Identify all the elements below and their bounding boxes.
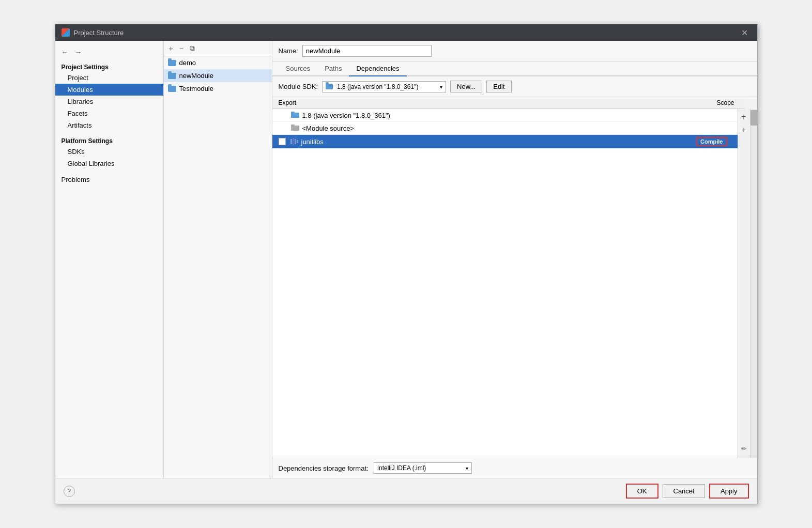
storage-dropdown-arrow: ▾ [466,465,468,471]
sdks-label: SDKs [68,148,85,156]
sdk-edit-button[interactable]: Edit [486,81,511,92]
sdk-dropdown[interactable]: 1.8 (java version "1.8.0_361") ▾ [322,81,446,92]
apply-button[interactable]: Apply [709,484,749,499]
close-button[interactable]: ✕ [738,27,751,39]
project-label: Project [68,74,88,82]
tab-dependencies[interactable]: Dependencies [349,61,406,76]
sidebar: ← → Project Settings Project Modules Lib… [55,41,164,478]
svg-rect-4 [290,139,292,144]
sdk-value: 1.8 (java version "1.8.0_361") [337,83,418,90]
action-buttons-bar: ? OK Cancel Apply [55,478,757,504]
svg-rect-6 [295,139,296,144]
scrollbar-track[interactable] [750,109,757,458]
copy-module-button[interactable]: ⧉ [188,43,197,54]
sdk-folder-icon [326,84,333,89]
module-list: demo newModule Testmodule [164,56,272,478]
deps-right-buttons: + + ✏ [738,109,750,458]
dep-row-java18[interactable]: 1.8 (java version "1.8.0_361") [272,109,738,122]
sidebar-nav: ← → [55,45,163,59]
deps-add-button[interactable]: + [739,111,748,122]
sidebar-item-libraries[interactable]: Libraries [55,96,163,107]
sidebar-item-artifacts[interactable]: Artifacts [55,119,163,131]
dialog-title: Project Structure [74,29,124,37]
dep-name-java18: 1.8 (java version "1.8.0_361") [302,112,390,119]
svg-rect-3 [291,125,295,127]
deps-area: Export Scope [272,97,757,458]
sidebar-item-problems[interactable]: Problems [55,174,163,185]
dialog-content: ← → Project Settings Project Modules Lib… [55,41,757,478]
sidebar-item-modules[interactable]: Modules [55,84,163,96]
module-name-demo: demo [179,59,196,67]
deps-edit-pencil-button[interactable]: ✏ [739,444,749,454]
module-item-newmodule[interactable]: newModule [164,69,272,82]
title-bar: Project Structure ✕ [55,24,757,41]
module-item-testmodule[interactable]: Testmodule [164,82,272,95]
lib-icon-junit [290,138,298,145]
name-bar: Name: [272,41,757,61]
project-structure-dialog: Project Structure ✕ ← → Project Settings… [55,24,758,504]
deps-remove-button[interactable]: + [740,125,748,135]
module-item-demo[interactable]: demo [164,56,272,69]
scope-badge-junitlibs: Compile [696,137,727,146]
storage-dropdown[interactable]: IntelliJ IDEA (.iml) ▾ [374,462,472,474]
nav-back-button[interactable]: ← [59,47,71,57]
folder-icon-java [291,111,299,119]
sidebar-item-project[interactable]: Project [55,72,163,84]
nav-forward-button[interactable]: → [73,47,84,57]
module-name-input[interactable] [302,45,432,57]
project-settings-label: Project Settings [55,61,163,72]
name-label: Name: [279,47,298,55]
header-export: Export [279,99,717,106]
dep-name-module-source: <Module source> [302,125,354,132]
module-folder-icon [168,86,176,92]
tab-sources[interactable]: Sources [279,61,318,76]
deps-inner: 1.8 (java version "1.8.0_361") [272,109,738,458]
app-icon [62,28,70,37]
add-module-button[interactable]: + [167,43,175,54]
svg-rect-5 [293,138,294,145]
facets-label: Facets [68,110,88,117]
global-libraries-label: Global Libraries [68,160,115,167]
svg-rect-1 [291,112,295,114]
module-list-toolbar: + − ⧉ [164,41,272,56]
module-list-panel: + − ⧉ demo newModule Testmodule [164,41,272,478]
sidebar-item-facets[interactable]: Facets [55,107,163,119]
dependencies-content: Module SDK: 1.8 (java version "1.8.0_361… [272,76,757,478]
modules-label: Modules [68,86,93,94]
cancel-button[interactable]: Cancel [663,484,705,498]
tabs-bar: Sources Paths Dependencies [272,61,757,76]
sdk-bar: Module SDK: 1.8 (java version "1.8.0_361… [272,76,757,97]
sidebar-item-global-libraries[interactable]: Global Libraries [55,158,163,169]
ok-button[interactable]: OK [626,484,658,499]
storage-value: IntelliJ IDEA (.iml) [377,464,426,472]
bottom-footer: Dependencies storage format: IntelliJ ID… [272,458,757,478]
problems-label: Problems [62,176,90,183]
module-folder-icon [168,60,176,66]
libraries-label: Libraries [68,98,94,105]
remove-module-button[interactable]: − [177,43,186,54]
storage-label: Dependencies storage format: [279,464,369,472]
sdk-new-button[interactable]: New... [450,81,482,92]
dep-row-module-source[interactable]: <Module source> [272,122,738,135]
header-scope: Scope [716,99,734,106]
sdk-label: Module SDK: [279,83,318,90]
folder-icon-module [291,124,299,132]
module-name-newmodule: newModule [179,72,214,80]
dep-row-junitlibs[interactable]: junitlibs Compile [272,135,738,149]
deps-scroll-area: 1.8 (java version "1.8.0_361") [272,109,757,458]
module-name-testmodule: Testmodule [179,85,213,92]
scrollbar-thumb [750,110,757,126]
artifacts-label: Artifacts [68,121,92,129]
deps-table-header: Export Scope [272,97,745,109]
tab-paths[interactable]: Paths [317,61,349,76]
module-folder-icon [168,73,176,79]
help-button[interactable]: ? [64,486,75,497]
dep-checkbox-junitlibs[interactable] [279,138,286,145]
sidebar-item-sdks[interactable]: SDKs [55,146,163,158]
svg-rect-7 [297,140,298,143]
sdk-dropdown-arrow: ▾ [440,84,442,89]
title-bar-left: Project Structure [62,28,124,37]
right-panel: Name: Sources Paths Dependencies Module … [272,41,757,478]
platform-settings-label: Platform Settings [55,133,163,146]
dep-name-junitlibs: junitlibs [301,138,697,146]
